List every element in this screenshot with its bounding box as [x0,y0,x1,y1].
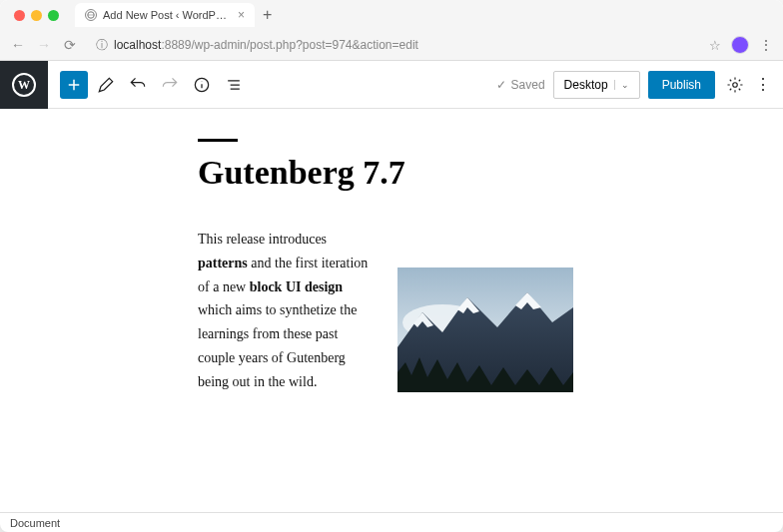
add-block-button[interactable] [60,71,88,99]
redo-icon [160,75,180,95]
browser-tab[interactable]: Add New Post ‹ WordPress De × [75,3,255,27]
publish-button[interactable]: Publish [648,71,715,99]
redo-button[interactable] [156,71,184,99]
svg-point-2 [733,82,738,87]
columns-block[interactable]: This release introduces patterns and the… [198,228,597,396]
more-menu-button[interactable]: ⋮ [753,75,773,94]
check-icon: ✓ [496,78,506,92]
star-icon[interactable]: ☆ [709,38,721,53]
new-tab-button[interactable]: + [263,6,272,24]
saved-label: Saved [511,78,545,92]
plus-icon [65,76,83,94]
editor-toolbar: ✓ Saved Desktop ⌄ Publish ⋮ [0,61,783,109]
close-window-button[interactable] [14,10,25,21]
tab-title: Add New Post ‹ WordPress De [103,9,228,21]
info-icon: ⓘ [96,37,108,54]
list-icon [224,75,244,95]
undo-button[interactable] [124,71,152,99]
info-icon [192,75,212,95]
minimize-window-button[interactable] [31,10,42,21]
settings-button[interactable] [723,73,747,97]
title-separator [198,139,238,142]
forward-button[interactable]: → [36,37,52,53]
preview-dropdown[interactable]: Desktop ⌄ [553,71,640,99]
tab-bar: Add New Post ‹ WordPress De × + [0,0,783,30]
close-tab-icon[interactable]: × [238,8,245,22]
preview-label: Desktop [564,78,608,92]
edit-mode-button[interactable] [92,71,120,99]
paragraph-block[interactable]: This release introduces patterns and the… [198,228,378,394]
profile-avatar[interactable] [731,36,749,54]
wordpress-logo[interactable] [0,61,48,109]
editor-footer: Document [0,512,783,532]
save-status: ✓ Saved [496,78,545,92]
browser-chrome: Add New Post ‹ WordPress De × + ← → ⟳ ⓘ … [0,0,783,61]
undo-icon [128,75,148,95]
window-controls [8,10,65,21]
editor-canvas[interactable]: Gutenberg 7.7 This release introduces pa… [0,109,783,512]
outline-button[interactable] [220,71,248,99]
maximize-window-button[interactable] [48,10,59,21]
browser-menu-icon[interactable]: ⋮ [759,37,773,53]
image-block[interactable] [397,228,573,396]
url-host: localhost [114,38,161,52]
reload-button[interactable]: ⟳ [62,37,78,53]
breadcrumb[interactable]: Document [10,517,60,529]
address-bar: ← → ⟳ ⓘ localhost:8889/wp-admin/post.php… [0,30,783,60]
wordpress-icon [12,73,36,97]
info-button[interactable] [188,71,216,99]
post-title[interactable]: Gutenberg 7.7 [198,154,597,192]
back-button[interactable]: ← [10,37,26,53]
url-input[interactable]: ⓘ localhost:8889/wp-admin/post.php?post=… [88,34,689,57]
pencil-icon [96,75,116,95]
url-port: :8889 [161,38,191,52]
mountain-image [397,267,573,392]
chevron-down-icon: ⌄ [614,80,629,90]
gear-icon [726,76,744,94]
globe-icon [85,9,97,21]
url-path: /wp-admin/post.php?post=974&action=edit [191,38,418,52]
